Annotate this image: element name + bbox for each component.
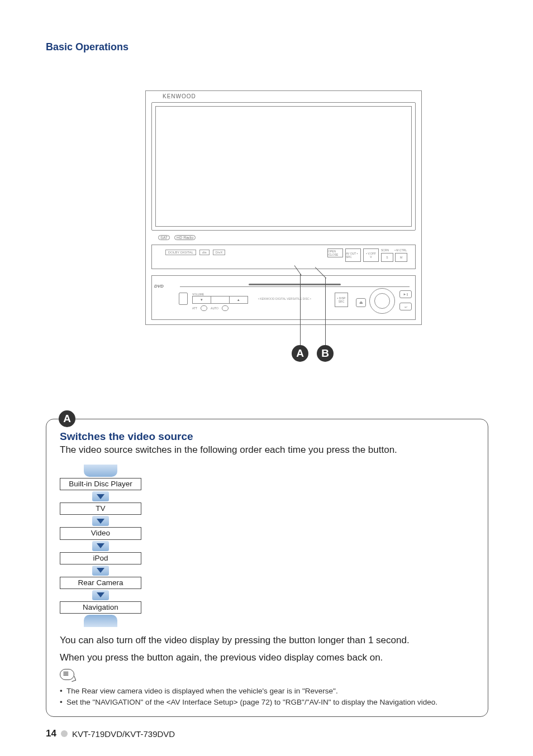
model-label: KVT-719DVD/KVT-739DVD	[72, 729, 175, 739]
brand-label: KENWOOD	[163, 93, 196, 99]
src-label: SRC	[339, 300, 345, 303]
jog-dial	[369, 288, 395, 314]
down-arrow-icon	[97, 543, 104, 548]
note-item: Set the "NAVIGATION" of the <AV Interfac…	[60, 697, 474, 708]
mid-panel: DOLBY DIGITAL dts DivX OPEN /CLOSE AV OU…	[151, 245, 416, 269]
upper-button-row: OPEN /CLOSE AV OUT • SRC • V.OFF V SCRN …	[327, 248, 407, 262]
v-off-button: • V.OFF V	[363, 248, 379, 262]
auto-label: AUTO	[211, 307, 218, 310]
down-arrow-icon	[97, 519, 104, 524]
auto-knob-icon	[222, 305, 229, 311]
disc-label-text: • KENWOOD DIGITAL VERSATILE DISC •	[258, 297, 311, 300]
volume-group: VOLUME ▾ ▴ ATT AUTO	[192, 293, 248, 311]
source-flow-diagram: Built-in Disc Player TV Video iPod Rear …	[60, 465, 141, 627]
open-close-button: OPEN /CLOSE	[327, 248, 343, 257]
device-illustration: KENWOOD SAT HD Radio DOLBY DIGITAL dts D…	[145, 90, 422, 325]
divx-logo: DivX	[213, 250, 226, 255]
flow-item: TV	[60, 503, 141, 515]
disp-src-button: • DISP SRC	[335, 293, 348, 307]
volume-buttons: ▾ ▴	[192, 296, 248, 304]
info-box-intro: The video source switches in the followi…	[60, 444, 474, 457]
down-arrow-icon	[97, 494, 104, 499]
vol-down-icon: ▾	[193, 296, 211, 303]
info-box-badge: A	[59, 410, 75, 427]
info-box-a: A Switches the video source The video so…	[46, 419, 488, 717]
flow-arrow-bg	[92, 566, 109, 576]
scrn-label: SCRN	[381, 248, 389, 252]
callout-b: B	[317, 345, 334, 362]
page-footer: 14 KVT-719DVD/KVT-739DVD	[46, 728, 175, 739]
return-icon: ↩	[399, 303, 412, 310]
info-box-outro2: When you press the button again, the pre…	[60, 651, 474, 665]
att-knob-icon	[201, 305, 207, 311]
att-label: ATT	[192, 307, 197, 310]
left-aux-button: ⏏	[356, 298, 366, 307]
callout-a: A	[292, 345, 308, 362]
footer-dot-icon	[61, 730, 68, 737]
play-pause-icon: ►||	[399, 290, 412, 298]
flow-arrow-bg	[92, 491, 109, 501]
dvd-logo: DVD	[154, 284, 164, 289]
flow-arrow-bg	[92, 590, 109, 600]
flow-item: Rear Camera	[60, 577, 141, 589]
sat-badge: SAT	[158, 235, 170, 240]
dts-logo: dts	[199, 250, 210, 255]
down-arrow-icon	[97, 568, 104, 573]
disc-slot	[180, 279, 410, 287]
info-box-outro1: You can also turn off the video display …	[60, 634, 474, 648]
flow-cap-top	[84, 465, 117, 477]
vol-divider	[211, 296, 230, 303]
av-out-button: AV OUT • SRC	[345, 248, 361, 262]
flow-item: Built-in Disc Player	[60, 478, 141, 490]
flow-item: Video	[60, 527, 141, 539]
flow-arrow-bg	[92, 516, 109, 526]
note-icon	[60, 669, 74, 680]
flow-arrow-bg	[92, 541, 109, 551]
ir-window	[179, 293, 188, 305]
format-logos: DOLBY DIGITAL dts DivX	[165, 250, 225, 255]
right-aux-buttons: ►|| ↩	[399, 290, 412, 310]
s-button: S	[381, 253, 393, 262]
m-button: M	[395, 253, 407, 262]
leader-line-a	[300, 274, 301, 346]
note-list: The Rear view camera video is displayed …	[60, 686, 474, 707]
section-title: Basic Operations	[46, 41, 129, 53]
hdradio-badge: HD Radio	[174, 235, 196, 240]
page-number: 14	[46, 728, 56, 739]
leader-line-b	[325, 277, 326, 346]
v-label: V	[370, 255, 372, 259]
radio-badges: SAT HD Radio	[158, 235, 196, 240]
flow-cap-bottom	[84, 615, 117, 627]
flow-item: iPod	[60, 552, 141, 564]
mctrl-label: • M.CTRL	[394, 248, 407, 252]
vol-up-icon: ▴	[230, 296, 248, 303]
info-box-title: Switches the video source	[60, 430, 474, 443]
screen	[155, 106, 412, 227]
dolby-logo: DOLBY DIGITAL	[165, 250, 196, 255]
flow-item: Navigation	[60, 601, 141, 614]
lower-panel: DVD VOLUME ▾ ▴ ATT AUTO • KENWOOD DIGITA…	[151, 275, 416, 320]
screen-bezel	[151, 102, 416, 231]
note-item: The Rear view camera video is displayed …	[60, 686, 474, 697]
down-arrow-icon	[97, 592, 104, 597]
